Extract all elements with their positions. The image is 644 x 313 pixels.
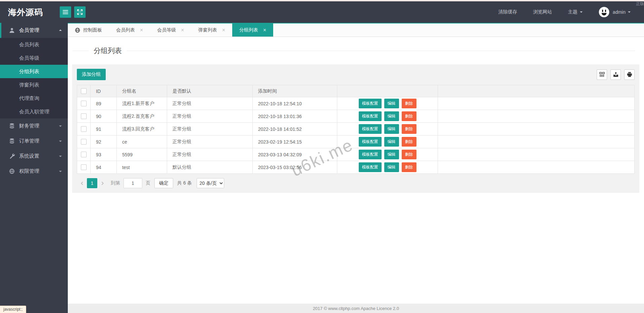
column-header-filler <box>438 85 635 97</box>
cell-default: 默认分组 <box>167 161 253 174</box>
clear-cache-link[interactable]: 清除缓存 <box>498 9 517 15</box>
tab-label: 控制面板 <box>83 27 102 33</box>
cell-id: 89 <box>91 97 117 110</box>
sidebar-item-label: 权限管理 <box>19 168 59 174</box>
cell-filler <box>438 148 635 161</box>
template-config-button[interactable]: 模板配置 <box>359 111 382 121</box>
edit-button[interactable]: 编辑 <box>384 124 399 134</box>
sidebar-item-system-settings[interactable]: 系统设置 <box>0 149 68 164</box>
top-strip <box>0 0 644 1</box>
sidebar-item-label: 会员管理 <box>19 27 59 34</box>
tab-member-list[interactable]: 会员列表× <box>109 23 150 37</box>
user-menu[interactable]: admin <box>613 9 631 15</box>
row-checkbox[interactable] <box>81 113 87 119</box>
cell-actions: 模板配置编辑删除 <box>337 110 438 123</box>
cell-time: 2023-03-15 03:02:56 <box>253 161 337 174</box>
confirm-page-button[interactable]: 确定 <box>154 178 173 188</box>
row-checkbox[interactable] <box>81 152 87 157</box>
tab-label: 会员列表 <box>116 27 135 33</box>
row-checkbox[interactable] <box>81 126 87 132</box>
row-checkbox[interactable] <box>81 139 87 145</box>
globe-icon <box>75 28 80 33</box>
template-config-button[interactable]: 模板配置 <box>359 162 382 172</box>
template-config-button[interactable]: 模板配置 <box>359 137 382 147</box>
sidebar-item-member-management[interactable]: 会员管理 <box>0 23 68 38</box>
edit-button[interactable]: 编辑 <box>384 162 399 172</box>
cell-time: 2023-03-13 04:32:09 <box>253 148 337 161</box>
add-group-button[interactable]: 添加分组 <box>77 69 106 80</box>
delete-button[interactable]: 删除 <box>402 162 416 172</box>
sidebar-item-order-management[interactable]: 订单管理 <box>0 134 68 149</box>
edit-button[interactable]: 编辑 <box>384 99 399 108</box>
sidebar-item-member-entry-management[interactable]: 会员入职管理 <box>0 105 68 118</box>
delete-button[interactable]: 删除 <box>402 137 416 147</box>
template-config-button[interactable]: 模板配置 <box>359 150 382 159</box>
main-content: 分组列表 添加分组 ID分组名是否默认 <box>68 37 644 304</box>
close-icon[interactable]: × <box>140 28 143 33</box>
row-checkbox[interactable] <box>81 101 87 106</box>
fullscreen-button[interactable] <box>74 6 86 18</box>
sidebar-item-agent-query[interactable]: 代理查询 <box>0 92 68 105</box>
delete-button[interactable]: 删除 <box>402 111 416 121</box>
sidebar-toggle-button[interactable] <box>60 6 71 18</box>
wrench-icon <box>9 153 15 159</box>
cell-name: 流程1.新开客户 <box>117 97 167 110</box>
delete-button[interactable]: 删除 <box>402 99 416 108</box>
chevron-left-icon <box>80 181 84 185</box>
sidebar-item-member-level[interactable]: 会员等级 <box>0 51 68 65</box>
sidebar-item-group-list[interactable]: 分组列表 <box>0 65 68 78</box>
smiley-face-icon <box>599 7 609 17</box>
delete-button[interactable]: 删除 <box>402 124 416 134</box>
select-all-checkbox[interactable] <box>81 88 87 94</box>
sidebar-item-member-list[interactable]: 会员列表 <box>0 38 68 51</box>
template-config-button[interactable]: 模板配置 <box>359 124 382 134</box>
tab-label: 弹窗列表 <box>198 27 217 33</box>
edit-button[interactable]: 编辑 <box>384 150 399 159</box>
column-header: 是否默认 <box>167 85 253 97</box>
sidebar-item-finance-management[interactable]: 财务管理 <box>0 118 68 134</box>
template-config-button[interactable]: 模板配置 <box>359 99 382 108</box>
chevron-down-icon <box>59 171 62 173</box>
total-count-label: 共 6 条 <box>177 180 192 186</box>
page-number-current[interactable]: 1 <box>87 178 97 188</box>
cell-id: 90 <box>91 110 117 123</box>
per-page-select[interactable]: 20 条/页 <box>197 178 224 188</box>
next-page-button[interactable] <box>97 178 107 188</box>
export-button[interactable] <box>610 69 621 80</box>
export-icon <box>613 72 618 77</box>
theme-menu[interactable]: 主题 <box>568 9 583 15</box>
footer: 2017 © www.cltphp.com Apache Licence 2.0 <box>68 304 644 313</box>
close-icon[interactable]: × <box>181 28 184 33</box>
view-site-link[interactable]: 浏览网站 <box>533 9 552 15</box>
avatar[interactable] <box>599 7 609 17</box>
column-header-actions <box>337 85 438 97</box>
close-icon[interactable]: × <box>263 28 266 33</box>
row-checkbox[interactable] <box>81 164 87 170</box>
screen: 正版 海外源码 清除缓存 浏览网站 主题 admin 会员管理会员列表会员等级分… <box>0 0 644 313</box>
sidebar-item-permission-management[interactable]: 权限管理 <box>0 164 68 179</box>
cell-filler <box>438 161 635 174</box>
cell-default: 正常分组 <box>167 97 253 110</box>
page-input[interactable] <box>123 178 142 188</box>
tab-member-level[interactable]: 会员等级× <box>150 23 191 37</box>
prev-page-button[interactable] <box>77 178 87 188</box>
page-title-block: 分组列表 <box>72 45 635 57</box>
status-link-preview: javascript:; <box>0 306 26 313</box>
tab-dashboard[interactable]: 控制面板 <box>68 23 109 37</box>
app-logo: 海外源码 <box>0 7 60 18</box>
tab-group-list[interactable]: 分组列表× <box>232 23 273 37</box>
print-button[interactable] <box>624 69 635 80</box>
panel-toolbar: 添加分组 <box>77 69 635 80</box>
cell-id: 91 <box>91 123 117 136</box>
cell-id: 93 <box>91 148 117 161</box>
close-icon[interactable]: × <box>222 28 225 33</box>
cell-name: 5599 <box>117 148 167 161</box>
edit-button[interactable]: 编辑 <box>384 137 399 147</box>
pagination: 1 到第 页 确定 共 6 条 20 条/页 <box>77 178 635 188</box>
edit-button[interactable]: 编辑 <box>384 111 399 121</box>
tab-popup-list[interactable]: 弹窗列表× <box>191 23 232 37</box>
sidebar-item-popup-list[interactable]: 弹窗列表 <box>0 78 68 92</box>
delete-button[interactable]: 删除 <box>402 150 416 159</box>
table-row: 935599正常分组2023-03-13 04:32:09模板配置编辑删除 <box>77 148 635 161</box>
toggle-columns-button[interactable] <box>597 69 607 80</box>
